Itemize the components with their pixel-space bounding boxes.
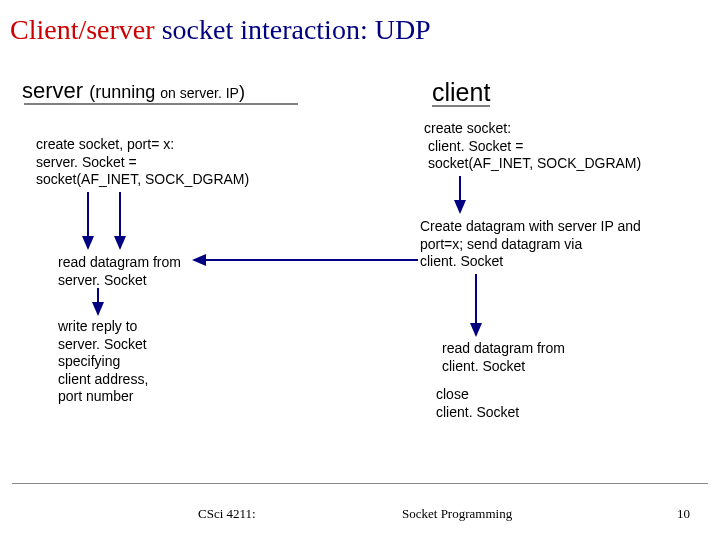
footer-topic: Socket Programming xyxy=(402,506,512,522)
server-read-block: read datagram from server. Socket xyxy=(58,254,238,289)
footer-course: CSci 4211: xyxy=(198,506,256,522)
client-create-l1: create socket: xyxy=(424,120,688,138)
diagram-area: server (running on server. IP) client cr… xyxy=(0,60,720,540)
client-heading: client xyxy=(432,78,490,107)
server-write-l3: specifying xyxy=(58,353,238,371)
client-send-l3: client. Socket xyxy=(420,253,690,271)
slide-title: Client/server socket interaction: UDP xyxy=(0,0,720,52)
server-heading-b: (running xyxy=(89,82,160,102)
server-create-l3: socket(AF_INET, SOCK_DGRAM) xyxy=(36,171,296,189)
client-read-l1: read datagram from xyxy=(442,340,642,358)
client-close-l1: close xyxy=(436,386,636,404)
title-rest: socket interaction: UDP xyxy=(155,14,431,45)
server-heading: server (running on server. IP) xyxy=(22,78,245,104)
client-read-block: read datagram from client. Socket xyxy=(442,340,642,375)
server-read-l2: server. Socket xyxy=(58,272,238,290)
client-create-l3: socket(AF_INET, SOCK_DGRAM) xyxy=(428,155,688,173)
client-close-l2: client. Socket xyxy=(436,404,636,422)
server-create-l2: server. Socket = xyxy=(36,154,296,172)
client-send-l1: Create datagram with server IP and xyxy=(420,218,690,236)
footer-divider xyxy=(12,483,708,484)
server-write-l5: port number xyxy=(58,388,238,406)
client-close-block: close client. Socket xyxy=(436,386,636,421)
server-heading-c: on xyxy=(160,85,179,101)
server-write-l1: write reply to xyxy=(58,318,238,336)
server-create-block: create socket, port= x: server. Socket =… xyxy=(36,136,296,189)
server-heading-e: ) xyxy=(239,82,245,102)
server-read-l1: read datagram from xyxy=(58,254,238,272)
server-create-l1: create socket, port= x: xyxy=(36,136,296,154)
client-create-block: create socket: client. Socket = socket(A… xyxy=(428,120,688,173)
client-send-l2: port=x; send datagram via xyxy=(420,236,690,254)
server-heading-a: server xyxy=(22,78,89,103)
server-write-block: write reply to server. Socket specifying… xyxy=(58,318,238,406)
footer-page: 10 xyxy=(677,506,690,522)
server-write-l2: server. Socket xyxy=(58,336,238,354)
server-heading-d: server. IP xyxy=(180,85,239,101)
client-create-l2: client. Socket = xyxy=(428,138,688,156)
server-write-l4: client address, xyxy=(58,371,238,389)
client-read-l2: client. Socket xyxy=(442,358,642,376)
title-red: Client/server xyxy=(10,14,155,45)
client-send-block: Create datagram with server IP and port=… xyxy=(420,218,690,271)
